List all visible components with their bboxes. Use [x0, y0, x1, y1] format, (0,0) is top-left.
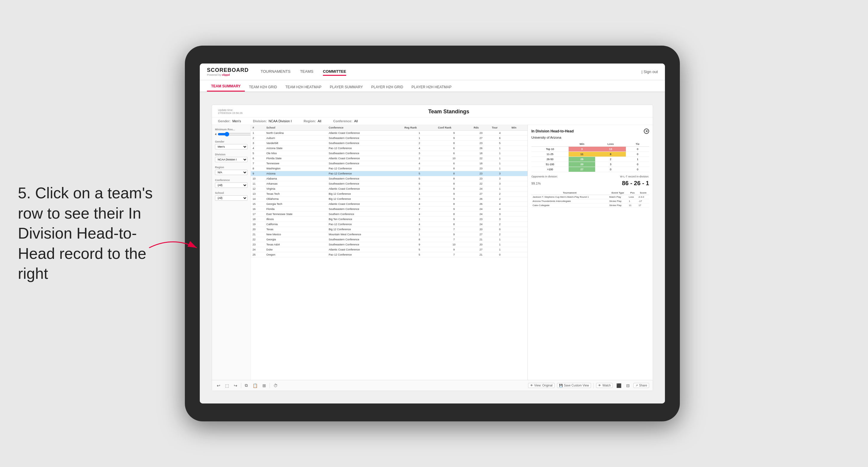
cell-num: 12 [251, 186, 265, 191]
snap-button[interactable]: ⬚ [224, 383, 230, 388]
conference-select[interactable]: (All) Atlantic Coast Conference Southeas… [215, 183, 247, 188]
table-row[interactable]: 11 Arkansas Southeastern Conference 6 8 … [251, 181, 527, 186]
cell-reg-rank: 6 [403, 181, 436, 186]
table-row[interactable]: 4 Arizona State Pac-12 Conference 4 6 26… [251, 146, 527, 151]
cell-reg-rank: 4 [403, 146, 436, 151]
table-row[interactable]: 2 Auburn Southeastern Conference 1 9 27 … [251, 136, 527, 141]
table-row[interactable]: 10 Alabama Southeastern Conference 5 8 2… [251, 176, 527, 181]
table-row[interactable]: 9 Arizona Pac-12 Conference 5 8 23 3 [251, 171, 527, 176]
sub-nav-player-h2h-grid[interactable]: PLAYER H2H GRID [367, 83, 407, 92]
min-rounds-slider[interactable] [218, 132, 251, 136]
sub-nav-team-h2h-grid[interactable]: TEAM H2H GRID [245, 83, 281, 92]
table-row[interactable]: 14 Oklahoma Big 12 Conference 3 9 26 2 [251, 196, 527, 201]
sign-out-button[interactable]: | Sign out [641, 69, 658, 74]
save-custom-button[interactable]: 💾 Save Custom View [557, 383, 591, 388]
redo-button[interactable]: ↪ [232, 383, 239, 388]
h2h-close-button[interactable]: ✕ [644, 128, 649, 134]
h2h-win-top10: 3 [569, 147, 595, 152]
update-time: Update time: 27/03/2024 15:56:26 [218, 108, 245, 115]
h2h-row-51-100: 51-100 20 3 0 [531, 162, 649, 167]
cell-win [509, 191, 527, 196]
watch-button[interactable]: 👁 Watch [596, 383, 613, 388]
cell-rds: 23 [472, 217, 490, 222]
cell-reg-rank: 7 [403, 207, 436, 212]
tournament-type: Stroke Play [608, 204, 628, 208]
tournament-col-score: Score [637, 191, 649, 195]
cell-reg-rank: 5 [403, 171, 436, 176]
table-row[interactable]: 25 Oregon Pac-12 Conference 5 7 21 0 [251, 252, 527, 257]
school-select[interactable]: (All) [215, 195, 247, 201]
paste-button[interactable]: 📋 [251, 383, 259, 388]
cell-rds: 23 [472, 131, 490, 136]
table-row[interactable]: 23 Texas A&M Southeastern Conference 9 1… [251, 242, 527, 247]
cell-reg-rank: 1 [403, 136, 436, 141]
cell-conf-rank: 6 [436, 146, 472, 151]
table-row[interactable]: 12 Virginia Atlantic Coast Conference 3 … [251, 186, 527, 191]
cell-conf-rank: 8 [436, 186, 472, 191]
cell-tour: 0 [490, 227, 509, 232]
nav-teams[interactable]: TEAMS [300, 68, 313, 76]
table-row[interactable]: 24 Duke Atlantic Coast Conference 5 9 27… [251, 247, 527, 252]
share-button[interactable]: ↗ Share [633, 383, 649, 388]
table-row[interactable]: 7 Tennessee Southeastern Conference 4 6 … [251, 161, 527, 166]
content-split: Minimum Rou... 4 20 Gender Men [212, 125, 653, 380]
sub-nav-team-summary[interactable]: TEAM SUMMARY [207, 82, 245, 92]
cell-conference: Southeastern Conference [327, 242, 403, 247]
table-row[interactable]: 20 Texas Big 12 Conference 3 7 20 0 [251, 227, 527, 232]
table-row[interactable]: 22 Georgia Southeastern Conference 8 7 2… [251, 237, 527, 242]
table-row[interactable]: 19 California Pac-12 Conference 4 8 24 2 [251, 222, 527, 227]
table-header-row: # School Conference Reg Rank Conf Rank R… [251, 125, 527, 131]
sub-nav-player-summary[interactable]: PLAYER SUMMARY [326, 83, 367, 92]
table-row[interactable]: 8 Washington Pac-12 Conference 2 8 23 1 [251, 166, 527, 171]
sub-nav-team-h2h-heatmap[interactable]: TEAM H2H HEATMAP [281, 83, 326, 92]
cell-conference: Pac-12 Conference [327, 166, 403, 171]
cell-win [509, 181, 527, 186]
table-row[interactable]: 21 New Mexico Mountain West Conference 1… [251, 232, 527, 237]
undo-button[interactable]: ↩ [216, 383, 221, 388]
cell-num: 9 [251, 171, 265, 176]
h2h-header: In Division Head-to-Head ✕ [531, 128, 649, 134]
table-row[interactable]: 5 Ole Miss Southeastern Conference 3 6 1… [251, 151, 527, 156]
division-select[interactable]: NCAA Division I NCAA Division II NCAA Di… [215, 157, 247, 162]
table-row[interactable]: 13 Texas Tech Big 12 Conference 1 9 27 2 [251, 191, 527, 196]
view-original-button[interactable]: 👁 View: Original [528, 383, 555, 388]
nav-committee[interactable]: COMMITTEE [323, 68, 346, 76]
cell-rds: 24 [472, 212, 490, 217]
table-row[interactable]: 15 Georgia Tech Atlantic Coast Conferenc… [251, 201, 527, 207]
cell-school: Virginia [265, 186, 327, 191]
copy-button[interactable]: ⧉ [244, 382, 249, 388]
cell-win [509, 131, 527, 136]
table-row[interactable]: 18 Illinois Big Ten Conference 1 9 23 3 [251, 217, 527, 222]
h2h-range-top10: Top 10 [531, 147, 569, 152]
grid-button[interactable]: ⊞ [261, 383, 267, 388]
h2h-loss-51-100: 3 [595, 162, 626, 167]
table-row[interactable]: 6 Florida State Atlantic Coast Conferenc… [251, 156, 527, 161]
tournament-header-row: Tournament Event Type Pos Score [531, 191, 649, 195]
cell-win [509, 146, 527, 151]
cell-conference: Atlantic Coast Conference [327, 201, 403, 207]
screen-button[interactable]: ⬛ [615, 383, 623, 388]
h2h-range-11-25: 11-25 [531, 152, 569, 157]
cell-rds: 18 [472, 151, 490, 156]
cell-rds: 24 [472, 186, 490, 191]
nav-tournaments[interactable]: TOURNAMENTS [260, 68, 290, 76]
cell-tour: 5 [490, 141, 509, 146]
clock-button[interactable]: ⏱ [272, 383, 279, 388]
table-row[interactable]: 3 Vanderbilt Southeastern Conference 2 8… [251, 141, 527, 146]
cell-reg-rank: 5 [403, 247, 436, 252]
cell-rds: 27 [472, 232, 490, 237]
cell-tour: 3 [490, 181, 509, 186]
cell-school: Arizona State [265, 146, 327, 151]
table-row[interactable]: 16 Florida Southeastern Conference 7 9 2… [251, 207, 527, 212]
sub-nav-player-h2h-heatmap[interactable]: PLAYER H2H HEATMAP [407, 83, 456, 92]
cell-rds: 20 [472, 242, 490, 247]
cell-conference: Atlantic Coast Conference [327, 131, 403, 136]
table-row[interactable]: 1 North Carolina Atlantic Coast Conferen… [251, 131, 527, 136]
tournament-col-pos: Pos [628, 191, 638, 195]
region-select[interactable]: N/A All [215, 170, 247, 175]
cell-tour: 6 [490, 136, 509, 141]
layout-button[interactable]: ⊟ [625, 383, 631, 388]
cell-tour: 1 [490, 247, 509, 252]
table-row[interactable]: 17 East Tennessee State Southern Confere… [251, 212, 527, 217]
gender-select[interactable]: Men's Women's [215, 144, 247, 149]
